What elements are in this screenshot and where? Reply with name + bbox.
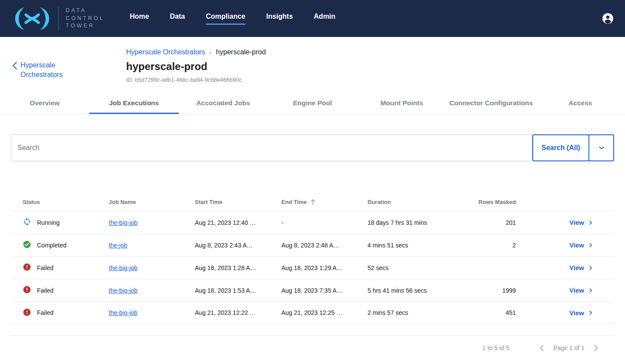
column-header-status[interactable]: Status (23, 199, 109, 205)
breadcrumb-parent-link[interactable]: Hyperscale Orchestrators (126, 48, 205, 56)
chevron-right-icon (594, 345, 598, 351)
start-time: Aug 18, 2023 1:53 A… (195, 287, 281, 294)
nav-item-data[interactable]: Data (170, 13, 185, 25)
pagination: 1 to 5 of 5 Page 1 of 1 (0, 336, 625, 351)
table-row: Running the-big-job Aug 21, 2023 12:40 …… (11, 211, 614, 234)
status-label: Failed (37, 309, 53, 316)
view-link-label: View (569, 241, 584, 249)
back-nav-label: Hyperscale Orchestrators (20, 60, 73, 79)
nav-item-home[interactable]: Home (130, 13, 149, 25)
chevron-right-icon (586, 308, 595, 317)
duration: 4 mins 51 secs (368, 242, 478, 249)
account-icon[interactable] (602, 13, 614, 24)
search-input[interactable] (11, 134, 532, 161)
job-name-link[interactable]: the-job (109, 242, 127, 249)
top-navbar: DATA CONTROL TOWER Home Data Compliance … (0, 0, 625, 37)
chevron-right-icon (586, 264, 595, 272)
duration: 2 mins 57 secs (368, 309, 478, 316)
duration: 5 hrs 41 mins 56 secs (368, 287, 478, 294)
status-label: Failed (37, 287, 53, 294)
brand-logo-icon (11, 6, 53, 31)
rows-masked: 1999 (478, 287, 516, 294)
end-time: Aug 8, 2023 2:48 A… (281, 242, 368, 249)
pagination-range: 1 to 5 of 5 (482, 344, 509, 351)
next-page-button[interactable] (594, 345, 598, 351)
status-cell: Running (23, 217, 109, 227)
status-cell: Failed (23, 308, 109, 318)
brand-line-3: TOWER (66, 22, 104, 30)
view-link[interactable]: View (516, 286, 614, 295)
start-time: Aug 18, 2023 1:28 A… (195, 264, 281, 271)
job-name-link[interactable]: the-big-job (109, 309, 137, 316)
view-link-label: View (569, 264, 584, 271)
brand-line-2: CONTROL (66, 15, 104, 23)
search-bar: Search (All) (11, 134, 614, 161)
status-cell: Completed (23, 240, 109, 250)
error-circle-icon (23, 308, 31, 318)
chevron-right-icon (586, 241, 595, 250)
sync-icon (23, 217, 31, 227)
tab-accociated-jobs[interactable]: Accociated Jobs (179, 93, 268, 114)
end-time: Aug 21, 2023 12:25 … (281, 309, 368, 316)
status-label: Running (37, 219, 60, 226)
chevron-right-icon (586, 286, 595, 295)
end-time: Aug 18, 2023 1:29 A… (281, 264, 368, 271)
chevron-down-icon (597, 143, 606, 153)
status-cell: Failed (23, 263, 109, 273)
sort-arrow-up-icon (310, 199, 316, 205)
tab-overview[interactable]: Overview (0, 93, 89, 114)
tab-connector-configurations[interactable]: Connector Configurations (446, 93, 535, 114)
chevron-right-icon (586, 218, 595, 227)
tab-access[interactable]: Access (536, 93, 625, 114)
view-link[interactable]: View (516, 264, 614, 272)
error-circle-icon (23, 263, 31, 273)
rows-masked: 2 (478, 242, 516, 249)
job-name-link[interactable]: the-big-job (109, 287, 137, 294)
status-label: Failed (37, 264, 53, 271)
view-link[interactable]: View (516, 308, 614, 317)
main-nav: Home Data Compliance Insights Admin (130, 13, 335, 25)
search-options-dropdown-button[interactable] (588, 134, 614, 161)
column-header-job-name[interactable]: Job Name (109, 199, 195, 205)
job-executions-table: Status Job Name Start Time End Time Dura… (11, 193, 614, 324)
nav-item-admin[interactable]: Admin (314, 13, 335, 25)
view-link-label: View (569, 309, 584, 317)
start-time: Aug 8, 2023 2:43 A… (195, 242, 281, 249)
nav-item-compliance[interactable]: Compliance (206, 13, 245, 25)
start-time: Aug 21, 2023 12:22 … (195, 309, 281, 316)
status-label: Completed (37, 242, 67, 249)
breadcrumb-separator-icon: › (209, 49, 211, 56)
end-time: - (281, 219, 368, 226)
column-header-duration[interactable]: Duration (368, 199, 478, 205)
nav-item-insights[interactable]: Insights (266, 13, 293, 25)
start-time: Aug 21, 2023 12:40 … (195, 219, 281, 226)
search-all-button[interactable]: Search (All) (532, 134, 589, 161)
job-name-link[interactable]: the-big-job (109, 264, 137, 271)
view-link-label: View (569, 219, 584, 226)
tab-engine-pool[interactable]: Engine Pool (268, 93, 357, 114)
duration: 18 days 7 hrs 31 mins (368, 219, 478, 226)
column-header-start-time[interactable]: Start Time (195, 199, 281, 205)
column-header-end-time[interactable]: End Time (281, 199, 368, 205)
rows-masked: 201 (478, 219, 516, 226)
back-nav-link[interactable]: Hyperscale Orchestrators (12, 60, 126, 83)
previous-page-button[interactable] (540, 345, 544, 351)
tab-mount-points[interactable]: Mount Points (357, 93, 446, 114)
duration: 52 secs (368, 264, 478, 271)
error-circle-icon (23, 285, 31, 295)
job-name-link[interactable]: the-big-job (109, 219, 137, 226)
view-link-label: View (569, 287, 584, 294)
view-link[interactable]: View (516, 241, 614, 250)
tab-job-executions[interactable]: Job Executions (89, 93, 178, 114)
view-link[interactable]: View (516, 218, 614, 227)
column-header-rows-masked[interactable]: Rows Masked (478, 199, 516, 205)
table-row: Completed the-job Aug 8, 2023 2:43 A… Au… (11, 234, 614, 256)
table-row: Failed the-big-job Aug 18, 2023 1:28 A… … (11, 256, 614, 279)
brand-divider (58, 7, 59, 30)
breadcrumb: Hyperscale Orchestrators › hyperscale-pr… (126, 48, 625, 56)
table-body: Running the-big-job Aug 21, 2023 12:40 …… (11, 211, 614, 324)
page-header: Hyperscale Orchestrators Hyperscale Orch… (0, 37, 625, 83)
breadcrumb-current: hyperscale-prod (216, 48, 266, 56)
pagination-page-label: Page 1 of 1 (553, 344, 585, 351)
table-row: Failed the-big-job Aug 21, 2023 12:22 … … (11, 301, 614, 324)
